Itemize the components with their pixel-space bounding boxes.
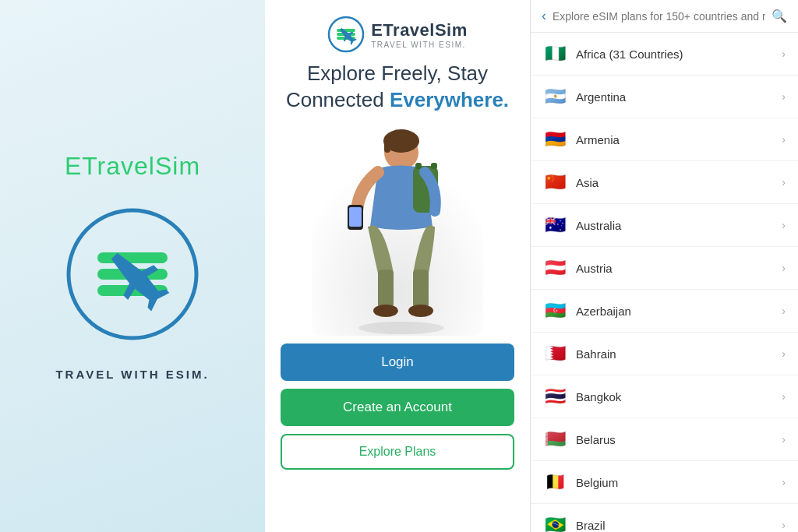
back-button[interactable]: ‹ bbox=[542, 8, 546, 24]
explore-plans-button[interactable]: Explore Plans bbox=[281, 434, 514, 470]
chevron-right-icon: › bbox=[782, 176, 786, 188]
chevron-right-icon: › bbox=[782, 219, 786, 231]
country-name: Bangkok bbox=[576, 390, 772, 403]
country-list-item[interactable]: 🇳🇬 Africa (31 Countries) › bbox=[531, 33, 798, 76]
svg-rect-14 bbox=[431, 163, 437, 169]
chevron-right-icon: › bbox=[782, 476, 786, 488]
country-flag: 🇹🇭 bbox=[543, 386, 567, 407]
country-name: Africa (31 Countries) bbox=[576, 48, 772, 61]
country-name: Belgium bbox=[576, 476, 772, 489]
tagline-part2: Connected bbox=[286, 88, 390, 111]
middle-logo-subtitle: TRAVEL WITH ESIM. bbox=[371, 41, 468, 49]
country-name: Brazil bbox=[576, 519, 772, 532]
country-name: Bahrain bbox=[576, 347, 772, 361]
svg-rect-16 bbox=[349, 207, 362, 227]
middle-logo-icon bbox=[327, 16, 365, 53]
country-flag: 🇧🇷 bbox=[543, 515, 567, 532]
country-flag: 🇦🇷 bbox=[543, 86, 567, 107]
svg-point-19 bbox=[373, 305, 398, 317]
country-list-item[interactable]: 🇧🇪 Belgium › bbox=[531, 461, 798, 504]
chevron-right-icon: › bbox=[782, 48, 786, 60]
svg-rect-17 bbox=[378, 270, 394, 308]
country-name: Austria bbox=[576, 262, 772, 275]
middle-logo-text: ETravelSim TRAVEL WITH ESIM. bbox=[371, 20, 468, 49]
country-list-item[interactable]: 🇹🇭 Bangkok › bbox=[531, 375, 798, 418]
search-bar: ‹ 🔍 bbox=[531, 0, 798, 33]
middle-panel: ETravelSim TRAVEL WITH ESIM. Explore Fre… bbox=[265, 0, 530, 532]
chevron-right-icon: › bbox=[782, 90, 786, 103]
svg-rect-11 bbox=[384, 137, 390, 153]
tagline-bold: Everywhere. bbox=[390, 88, 509, 111]
svg-rect-13 bbox=[415, 163, 422, 169]
chevron-right-icon: › bbox=[782, 305, 786, 317]
country-flag: 🇦🇿 bbox=[543, 301, 567, 321]
country-list-item[interactable]: 🇦🇹 Austria › bbox=[531, 247, 798, 290]
login-button[interactable]: Login bbox=[281, 344, 514, 381]
country-flag: 🇳🇬 bbox=[543, 44, 567, 64]
svg-point-20 bbox=[408, 305, 433, 317]
chevron-right-icon: › bbox=[782, 347, 786, 360]
person-image bbox=[312, 118, 483, 336]
chevron-right-icon: › bbox=[782, 519, 786, 531]
country-list-item[interactable]: 🇦🇷 Argentina › bbox=[531, 76, 798, 118]
svg-rect-18 bbox=[413, 270, 429, 308]
left-tagline: TRAVEL WITH ESIM. bbox=[55, 368, 209, 381]
person-svg bbox=[312, 118, 483, 336]
search-icon[interactable]: 🔍 bbox=[772, 9, 787, 23]
country-list-item[interactable]: 🇧🇾 Belarus › bbox=[531, 418, 798, 461]
country-list-item[interactable]: 🇧🇭 Bahrain › bbox=[531, 333, 798, 375]
country-flag: 🇧🇾 bbox=[543, 429, 567, 449]
svg-rect-1 bbox=[97, 252, 168, 263]
country-flag: 🇦🇲 bbox=[543, 129, 567, 150]
country-name: Belarus bbox=[576, 433, 772, 446]
country-flag: 🇦🇹 bbox=[543, 258, 567, 278]
middle-header: ETravelSim TRAVEL WITH ESIM. bbox=[327, 16, 468, 53]
country-name: Armenia bbox=[576, 133, 772, 146]
country-name: Asia bbox=[576, 176, 772, 189]
country-list-item[interactable]: 🇨🇳 Asia › bbox=[531, 161, 798, 204]
right-panel: ‹ 🔍 🇳🇬 Africa (31 Countries) › 🇦🇷 Argent… bbox=[530, 0, 798, 532]
chevron-right-icon: › bbox=[782, 433, 786, 446]
search-input[interactable] bbox=[553, 10, 765, 23]
brand-logo-icon bbox=[62, 204, 203, 344]
middle-tagline: Explore Freely, Stay Connected Everywher… bbox=[286, 61, 509, 114]
country-list-item[interactable]: 🇦🇺 Australia › bbox=[531, 204, 798, 247]
country-list-item[interactable]: 🇦🇲 Armenia › bbox=[531, 118, 798, 161]
create-account-button[interactable]: Create an Account bbox=[281, 389, 514, 426]
svg-point-21 bbox=[358, 322, 444, 334]
left-panel: ETravelSim TRAVEL WITH ESIM. bbox=[0, 0, 265, 532]
country-list-item[interactable]: 🇧🇷 Brazil › bbox=[531, 504, 798, 532]
country-flag: 🇧🇪 bbox=[543, 472, 567, 492]
country-name: Argentina bbox=[576, 90, 772, 104]
country-list: 🇳🇬 Africa (31 Countries) › 🇦🇷 Argentina … bbox=[531, 33, 798, 532]
country-list-item[interactable]: 🇦🇿 Azerbaijan › bbox=[531, 290, 798, 333]
country-flag: 🇦🇺 bbox=[543, 215, 567, 235]
country-flag: 🇧🇭 bbox=[543, 344, 567, 364]
left-logo-text: ETravelSim bbox=[65, 152, 200, 181]
tagline-part1: Explore Freely, Stay bbox=[307, 62, 488, 85]
chevron-right-icon: › bbox=[782, 133, 786, 146]
country-flag: 🇨🇳 bbox=[543, 172, 567, 192]
middle-logo-title: ETravelSim bbox=[371, 20, 468, 41]
country-name: Australia bbox=[576, 219, 772, 232]
chevron-right-icon: › bbox=[782, 390, 786, 403]
country-name: Azerbaijan bbox=[576, 305, 772, 318]
chevron-right-icon: › bbox=[782, 262, 786, 274]
